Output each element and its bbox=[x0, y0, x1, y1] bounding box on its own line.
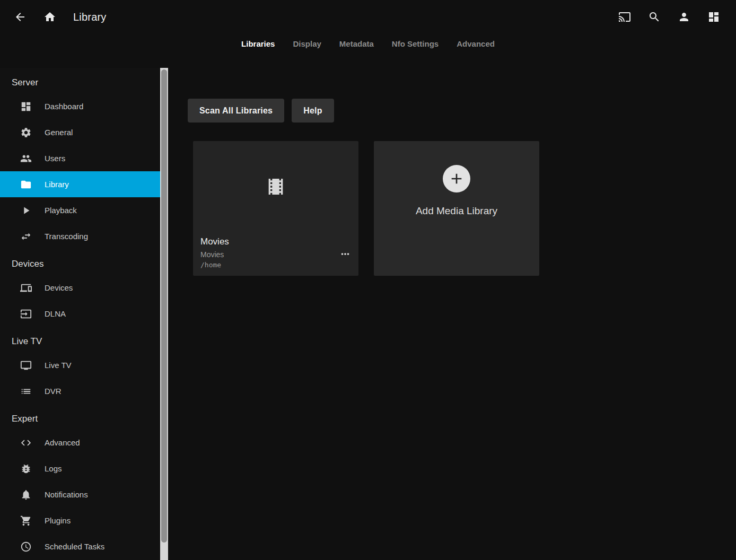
sidebar-item-live-tv[interactable]: Live TV bbox=[0, 352, 160, 378]
clock-icon bbox=[20, 541, 32, 553]
admin-sidebar: Server Dashboard General Users Library P… bbox=[0, 68, 160, 560]
library-path: /home bbox=[200, 260, 351, 270]
home-icon bbox=[43, 11, 56, 23]
code-icon bbox=[20, 437, 32, 449]
sidebar-item-label: Users bbox=[45, 154, 65, 163]
sidebar-scrollbar-thumb[interactable] bbox=[161, 69, 167, 542]
sidebar-item-label: Devices bbox=[45, 283, 73, 292]
add-media-library-label: Add Media Library bbox=[416, 205, 497, 217]
arrow-back-icon bbox=[14, 11, 27, 23]
devices-icon bbox=[20, 282, 32, 294]
sidebar-item-label: DLNA bbox=[45, 309, 66, 318]
library-content-type: Movies bbox=[200, 249, 351, 260]
library-card-image bbox=[193, 141, 358, 232]
sidebar-item-label: Scheduled Tasks bbox=[45, 542, 104, 551]
sidebar-item-dashboard[interactable]: Dashboard bbox=[0, 93, 160, 119]
library-card-movies[interactable]: Movies Movies /home bbox=[193, 141, 358, 276]
bell-icon bbox=[20, 489, 32, 501]
cart-icon bbox=[20, 515, 32, 527]
sidebar-item-plugins[interactable]: Plugins bbox=[0, 508, 160, 533]
sidebar-item-label: Live TV bbox=[45, 361, 72, 370]
sidebar-item-devices[interactable]: Devices bbox=[0, 275, 160, 301]
sidebar-item-playback[interactable]: Playback bbox=[0, 197, 160, 223]
input-icon bbox=[20, 308, 32, 320]
sidebar-section-expert: Expert bbox=[0, 404, 160, 430]
gear-icon bbox=[20, 127, 32, 138]
back-button[interactable] bbox=[10, 6, 31, 28]
library-menu-button[interactable] bbox=[337, 246, 353, 262]
page-title: Library bbox=[73, 11, 107, 23]
add-media-library-card[interactable]: Add Media Library bbox=[374, 141, 539, 276]
plus-icon bbox=[448, 170, 465, 187]
sidebar-item-label: Notifications bbox=[45, 490, 88, 499]
sidebar-item-transcoding[interactable]: Transcoding bbox=[0, 223, 160, 249]
library-card-footer: Movies Movies /home bbox=[193, 232, 358, 276]
add-circle bbox=[443, 165, 470, 192]
sidebar-item-dvr[interactable]: DVR bbox=[0, 378, 160, 404]
scan-all-libraries-button[interactable]: Scan All Libraries bbox=[188, 99, 284, 122]
sidebar-item-label: Transcoding bbox=[45, 232, 88, 241]
film-icon bbox=[265, 176, 286, 197]
sidebar-item-dlna[interactable]: DLNA bbox=[0, 301, 160, 327]
play-icon bbox=[20, 205, 32, 216]
sidebar-item-notifications[interactable]: Notifications bbox=[0, 482, 160, 508]
list-icon bbox=[20, 386, 32, 397]
sidebar-section-devices: Devices bbox=[0, 249, 160, 275]
sidebar-item-advanced[interactable]: Advanced bbox=[0, 430, 160, 456]
sidebar-item-scheduled-tasks[interactable]: Scheduled Tasks bbox=[0, 533, 160, 559]
sidebar-scrollbar-track[interactable] bbox=[160, 68, 168, 560]
library-settings-page: Scan All Libraries Help Movies Movies /h… bbox=[168, 0, 736, 560]
dashboard-icon bbox=[20, 101, 32, 112]
sidebar-item-label: Library bbox=[45, 180, 69, 189]
library-name: Movies bbox=[200, 237, 351, 247]
sidebar-item-library[interactable]: Library bbox=[0, 171, 160, 197]
sidebar-item-label: Logs bbox=[45, 464, 62, 473]
sidebar-item-label: Dashboard bbox=[45, 102, 83, 111]
sidebar-item-general[interactable]: General bbox=[0, 119, 160, 145]
sidebar-item-logs[interactable]: Logs bbox=[0, 456, 160, 482]
tv-icon bbox=[20, 360, 32, 371]
swap-arrows-icon bbox=[20, 231, 32, 242]
sidebar-item-users[interactable]: Users bbox=[0, 145, 160, 171]
sidebar-item-label: Playback bbox=[45, 206, 77, 215]
sidebar-item-label: Advanced bbox=[45, 438, 80, 447]
home-button[interactable] bbox=[39, 6, 60, 28]
sidebar-item-label: DVR bbox=[45, 387, 62, 396]
sidebar-item-label: General bbox=[45, 128, 73, 137]
sidebar-item-label: Plugins bbox=[45, 516, 71, 525]
folder-icon bbox=[20, 179, 32, 190]
people-icon bbox=[20, 153, 32, 164]
help-button[interactable]: Help bbox=[292, 99, 334, 122]
sidebar-section-server: Server bbox=[0, 68, 160, 93]
bug-icon bbox=[20, 463, 32, 475]
more-horiz-icon bbox=[339, 248, 351, 260]
sidebar-section-live-tv: Live TV bbox=[0, 327, 160, 352]
